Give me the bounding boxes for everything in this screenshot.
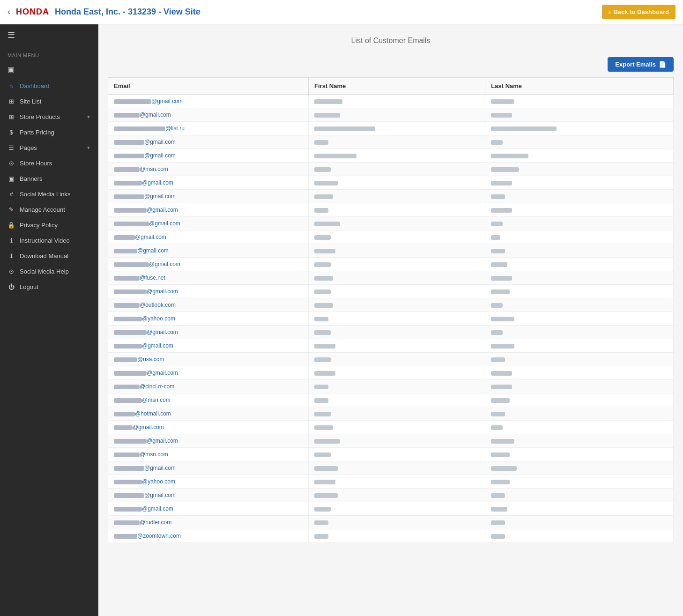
lock-icon: 🔒 [7, 222, 15, 229]
email-cell: @rudler.com [108, 516, 309, 529]
col-last-name: Last Name [485, 78, 674, 95]
last-name-cell [485, 149, 674, 163]
last-name-cell [485, 529, 674, 543]
email-cell: @outlook.com [108, 298, 309, 312]
email-cell: @zoomtown.com [108, 529, 309, 543]
export-label: Export Emails [615, 61, 656, 68]
sidebar-item-download-manual[interactable]: ⬇ Download Manual [0, 248, 98, 264]
first-name-cell [309, 203, 485, 217]
first-name-cell [309, 271, 485, 285]
sidebar-item-instructional-video[interactable]: ℹ Instructional Video [0, 233, 98, 248]
export-emails-button[interactable]: Export Emails 📄 [608, 57, 674, 72]
sidebar-item-manage-account[interactable]: ✎ Manage Account [0, 202, 98, 217]
sidebar-item-social-media-links[interactable]: # Social Media Links [0, 186, 98, 202]
email-cell: @gmail.com [108, 95, 309, 108]
header-left: ‹ HONDA Honda East, Inc. - 313239 - View… [7, 7, 200, 17]
table-row: @gmail.com [108, 203, 674, 217]
sidebar-item-label: Parts Pricing [20, 129, 54, 136]
first-name-cell [309, 339, 485, 353]
sidebar: ☰ Main Menu ▣ ⌂ Dashboard ⊞ Site List ⊞ … [0, 24, 98, 616]
sidebar-item-banners[interactable]: ▣ Banners [0, 171, 98, 186]
help-icon: ⊙ [7, 268, 15, 275]
table-row: @gmail.com [108, 217, 674, 230]
sidebar-item-label: Logout [20, 283, 38, 290]
pages-icon: ☰ [7, 144, 15, 151]
dollar-icon: $ [7, 129, 15, 136]
first-name-cell [309, 149, 485, 163]
last-name-cell [485, 393, 674, 407]
email-cell: @gmail.com [108, 258, 309, 271]
email-cell: @gmail.com [108, 149, 309, 163]
last-name-cell [485, 95, 674, 108]
sidebar-item-social-media-help[interactable]: ⊙ Social Media Help [0, 264, 98, 279]
email-cell: @yahoo.com [108, 312, 309, 326]
clock-icon: ⊙ [7, 160, 15, 167]
table-row: @gmail.com [108, 108, 674, 122]
last-name-cell [485, 326, 674, 339]
sidebar-item-logout[interactable]: ⏻ Logout [0, 279, 98, 295]
email-cell: @gmail.com [108, 339, 309, 353]
export-icon: 📄 [659, 61, 666, 68]
sidebar-item-store-hours[interactable]: ⊙ Store Hours [0, 156, 98, 171]
last-name-cell [485, 190, 674, 203]
email-cell: @gmail.com [108, 326, 309, 339]
last-name-cell [485, 298, 674, 312]
content-area: List of Customer Emails Export Emails 📄 … [98, 24, 683, 616]
table-row: @gmail.com [108, 149, 674, 163]
email-cell: @gmail.com [108, 421, 309, 434]
first-name-cell [309, 190, 485, 203]
last-name-cell [485, 108, 674, 122]
last-name-cell [485, 366, 674, 380]
sidebar-item-pages[interactable]: ☰ Pages ▼ [0, 140, 98, 156]
sidebar-item-label: Dashboard [20, 82, 50, 89]
last-name-cell [485, 285, 674, 298]
sidebar-item-label: Site List [20, 98, 41, 105]
last-name-cell [485, 244, 674, 258]
monitor-icon-button[interactable]: ▣ [0, 61, 98, 78]
first-name-cell [309, 529, 485, 543]
sidebar-item-parts-pricing[interactable]: $ Parts Pricing [0, 125, 98, 140]
image-icon: ▣ [7, 175, 15, 182]
table-row: @msn.com [108, 393, 674, 407]
email-cell: @gmail.com [108, 461, 309, 475]
table-row: @gmail.com [108, 95, 674, 108]
email-cell: @yahoo.com [108, 475, 309, 489]
sidebar-item-store-products[interactable]: ⊞ Store Products ▼ [0, 109, 98, 125]
hamburger-button[interactable]: ☰ [0, 24, 98, 46]
last-name-cell [485, 448, 674, 461]
last-name-cell [485, 380, 674, 393]
sidebar-item-dashboard[interactable]: ⌂ Dashboard [0, 78, 98, 94]
table-row: @gmail.com [108, 421, 674, 434]
table-row: @gmail.com [108, 176, 674, 190]
table-row: @fuse.net [108, 271, 674, 285]
first-name-cell [309, 353, 485, 366]
table-row: @hotmail.com [108, 407, 674, 421]
last-name-cell [485, 461, 674, 475]
col-first-name: First Name [309, 78, 485, 95]
sidebar-item-privacy-policy[interactable]: 🔒 Privacy Policy [0, 217, 98, 233]
table-row: @list.ru [108, 122, 674, 135]
email-cell: @gmail.com [108, 135, 309, 149]
last-name-cell [485, 421, 674, 434]
close-button[interactable]: ‹ [7, 7, 10, 17]
last-name-cell [485, 163, 674, 176]
first-name-cell [309, 230, 485, 244]
first-name-cell [309, 298, 485, 312]
sidebar-item-site-list[interactable]: ⊞ Site List [0, 94, 98, 109]
back-to-dashboard-button[interactable]: ‹ Back to Dashboard [602, 5, 676, 19]
email-cell: @gmail.com [108, 502, 309, 516]
sidebar-item-label: Store Hours [20, 160, 52, 167]
last-name-cell [485, 203, 674, 217]
last-name-cell [485, 135, 674, 149]
first-name-cell [309, 448, 485, 461]
first-name-cell [309, 407, 485, 421]
table-row: @gmail.com [108, 230, 674, 244]
email-cell: @gmail.com [108, 434, 309, 448]
chevron-down-icon: ▼ [86, 114, 91, 119]
table-row: @gmail.com [108, 461, 674, 475]
grid-icon: ⊞ [7, 98, 15, 105]
email-cell: @hotmail.com [108, 407, 309, 421]
table-row: @gmail.com [108, 489, 674, 502]
content-inner: List of Customer Emails Export Emails 📄 … [98, 24, 683, 616]
email-cell: @gmail.com [108, 244, 309, 258]
